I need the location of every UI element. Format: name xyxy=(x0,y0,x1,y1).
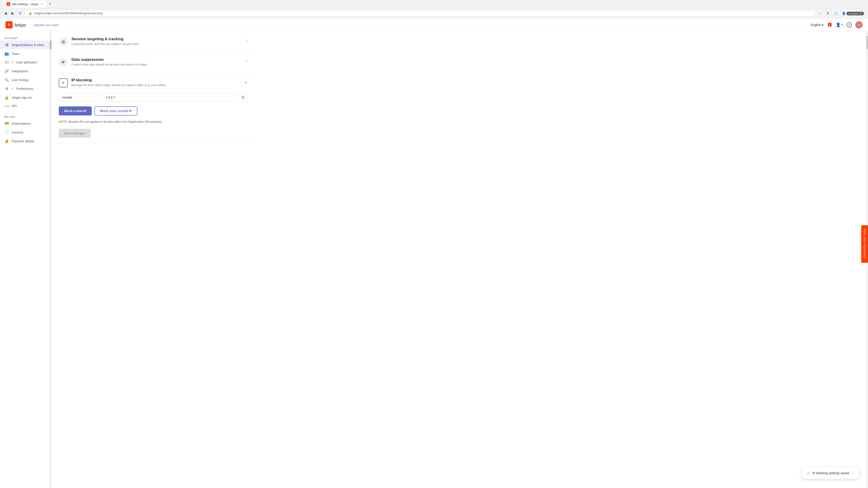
account-section-label: Account xyxy=(0,35,50,40)
content-inner: ⊕ Session targeting & tracking Customize… xyxy=(52,31,255,143)
sso-icon: 🔒 xyxy=(4,95,9,100)
subscriptions-icon: 💳 xyxy=(4,121,9,126)
ip-blocking-header[interactable]: IP IP blocking Manage IPs from which Hot… xyxy=(59,78,248,88)
url-display: insights.hotjar.com/site/3825660/setting… xyxy=(34,11,812,15)
ip-delete-button[interactable]: 🗑 xyxy=(239,93,248,102)
sidebar-item-label-preferences: Preferences xyxy=(16,87,33,91)
preferences-icon: ⚙ xyxy=(4,87,9,91)
sidebar-item-single-sign-on[interactable]: 🔒 Single sign-on xyxy=(0,93,50,102)
data-suppression-desc: Control what data should not be sent and… xyxy=(71,63,147,66)
logo-icon: h xyxy=(5,21,13,29)
incognito-button[interactable]: 👤 Incognito (2) xyxy=(841,11,865,16)
billing-section-label: Billing xyxy=(0,113,50,119)
data-suppression-card[interactable]: 👁 Data suppression Control what data sho… xyxy=(52,52,255,72)
sidebar-item-label-payment-details: Payment details xyxy=(12,139,34,143)
back-button[interactable]: ◀ xyxy=(3,10,8,16)
sidebar-scrollbar-thumb[interactable] xyxy=(50,40,52,50)
tab-title: Site settings - Hotjar xyxy=(12,2,38,6)
ip-blocking-header-left: IP IP blocking Manage IPs from which Hot… xyxy=(59,78,166,88)
main-scrollbar-thumb[interactable] xyxy=(866,36,868,50)
avatar[interactable]: U xyxy=(855,21,863,29)
window-toggle-button[interactable]: ⬜ xyxy=(832,11,839,16)
logo-text: hotjar xyxy=(14,22,26,28)
sidebar-item-label-invoices: Invoices xyxy=(12,131,23,134)
toast-check-icon: ✓ xyxy=(807,470,810,476)
user-lookup-icon: 🔍 xyxy=(4,78,9,82)
ip-blocking-desc: Manage IPs from which Hotjar should not … xyxy=(71,84,166,87)
sidebar-item-label-subscriptions: Subscriptions xyxy=(12,122,31,125)
block-current-ip-button[interactable]: Block your current IP xyxy=(94,106,137,116)
browser-toolbar: ◀ ▶ ↺ 🔒 insights.hotjar.com/site/3825660… xyxy=(0,8,868,18)
data-suppression-chevron: › xyxy=(246,57,248,63)
forward-button[interactable]: ▶ xyxy=(10,10,16,16)
ip-address-input[interactable] xyxy=(102,93,236,102)
session-targeting-chevron: › xyxy=(246,37,248,42)
ip-blocking-icon: IP xyxy=(59,78,68,88)
ip-note: NOTE: Blocked IPs are applied to all sit… xyxy=(59,120,248,123)
help-button[interactable]: ? xyxy=(847,22,852,27)
download-button[interactable]: ⬇ xyxy=(825,11,831,16)
session-targeting-card[interactable]: ⊕ Session targeting & tracking Customize… xyxy=(52,31,255,52)
toast-notification: ✓ IP blocking settings saved › xyxy=(802,467,859,479)
sidebar-item-label-api: API xyxy=(12,104,17,108)
sidebar-item-label-sso: Single sign-on xyxy=(12,96,32,99)
toast-message: IP blocking settings saved xyxy=(812,471,849,475)
ip-name-input[interactable] xyxy=(59,93,99,102)
add-user-button[interactable]: 👤+ xyxy=(836,22,843,27)
preferences-number: 5 xyxy=(12,88,13,90)
sidebar-item-label-user-lookup: User lookup xyxy=(12,78,29,82)
incognito-badge: Incognito (2) xyxy=(846,12,864,15)
session-targeting-card-left: ⊕ Session targeting & tracking Customize… xyxy=(59,37,140,46)
upgrade-link[interactable]: Upgrade your plans xyxy=(33,23,59,27)
user-attributes-icon: 🏷 xyxy=(4,60,9,64)
ip-blocking-title: IP blocking xyxy=(71,78,166,83)
ip-input-row: 🗑 xyxy=(59,93,248,102)
gift-icon-button[interactable]: 🎁 xyxy=(827,22,832,27)
sidebar-item-integrations[interactable]: 🔗 Integrations xyxy=(0,67,50,75)
api-icon: </> xyxy=(4,104,9,108)
sidebar-scrollbar[interactable] xyxy=(50,31,52,488)
top-navigation: h hotjar Upgrade your plans English ▾ 🎁 … xyxy=(0,19,868,31)
block-new-ip-button[interactable]: Block a new IP xyxy=(59,106,92,116)
session-targeting-icon: ⊕ xyxy=(59,37,68,46)
sidebar: Account ⊞ Organizations & sites 👥 Team 🏷… xyxy=(0,31,50,488)
payment-icon: 💰 xyxy=(4,139,9,143)
data-suppression-icon: 👁 xyxy=(59,58,68,67)
active-tab[interactable]: h Site settings - Hotjar ✕ xyxy=(3,0,47,8)
reload-button[interactable]: ↺ xyxy=(17,10,23,16)
user-attributes-number: 8 xyxy=(12,61,13,64)
sidebar-item-user-lookup[interactable]: 🔍 User lookup xyxy=(0,75,50,84)
sidebar-item-invoices[interactable]: 📄 Invoices xyxy=(0,128,50,137)
sidebar-item-user-attributes[interactable]: 🏷 8 User attributes xyxy=(0,58,50,67)
trash-icon: 🗑 xyxy=(241,95,245,99)
rate-experience-sidebar[interactable]: Rate your experience xyxy=(861,225,868,263)
hotjar-logo[interactable]: h hotjar xyxy=(5,21,26,29)
sidebar-item-team[interactable]: 👥 Team xyxy=(0,49,50,58)
sidebar-item-preferences[interactable]: ⚙ 5 Preferences xyxy=(0,84,50,93)
browser-actions: ☆ ⬇ ⬜ 👤 Incognito (2) xyxy=(817,11,865,16)
bookmark-button[interactable]: ☆ xyxy=(817,11,823,16)
new-tab-button[interactable]: + xyxy=(47,1,53,7)
tab-close-button[interactable]: ✕ xyxy=(40,2,43,6)
ip-blocking-info: IP blocking Manage IPs from which Hotjar… xyxy=(71,78,166,87)
data-suppression-info: Data suppression Control what data shoul… xyxy=(71,57,147,66)
address-bar[interactable]: 🔒 insights.hotjar.com/site/3825660/setti… xyxy=(25,10,816,17)
team-icon: 👥 xyxy=(4,52,9,56)
integrations-icon: 🔗 xyxy=(4,69,9,73)
organizations-sites-icon: ⊞ xyxy=(4,43,9,47)
toast-arrow[interactable]: › xyxy=(853,471,854,475)
tab-bar: h Site settings - Hotjar ✕ + xyxy=(0,0,868,8)
language-arrow: ▾ xyxy=(822,23,824,27)
sidebar-item-api[interactable]: </> API xyxy=(0,102,50,110)
sidebar-item-organizations-sites[interactable]: ⊞ Organizations & sites xyxy=(0,40,50,49)
save-changes-button[interactable]: Save changes xyxy=(59,129,91,138)
sidebar-item-subscriptions[interactable]: 💳 Subscriptions xyxy=(0,119,50,128)
session-targeting-desc: Customize when and how you capture sessi… xyxy=(71,42,140,46)
sidebar-item-label-organizations-sites: Organizations & sites xyxy=(12,43,44,47)
language-selector[interactable]: English ▾ xyxy=(811,23,824,27)
language-label: English xyxy=(811,23,821,27)
rate-experience-label: Rate your experience xyxy=(863,229,866,259)
sidebar-item-payment-details[interactable]: 💰 Payment details xyxy=(0,137,50,145)
data-suppression-title: Data suppression xyxy=(71,57,147,62)
ip-blocking-chevron: ⌄ xyxy=(244,78,248,84)
